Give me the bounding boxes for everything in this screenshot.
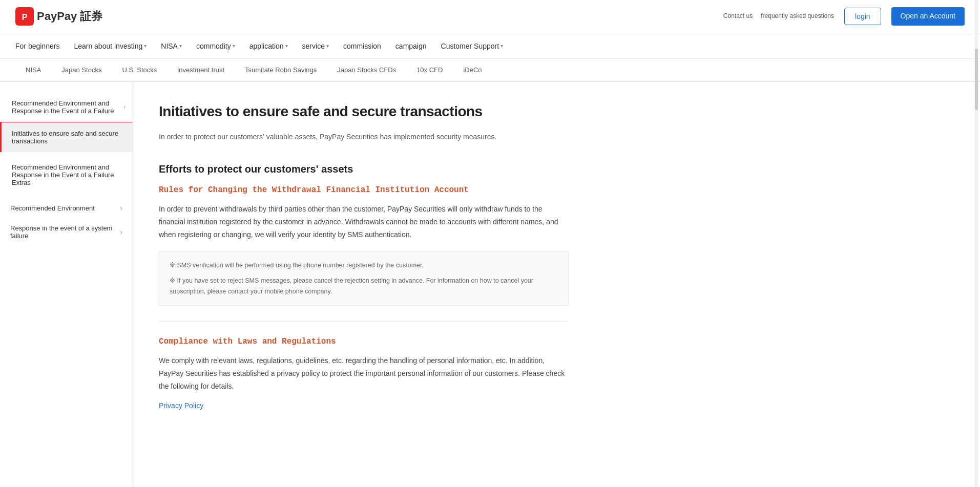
logo-area[interactable]: P PayPay 証券 [15, 7, 102, 26]
nav-service[interactable]: service▾ [302, 42, 329, 50]
section1-heading: Efforts to protect our customers' assets [159, 163, 569, 175]
nav-campaign[interactable]: campaign [395, 42, 427, 50]
notice-box: ※ SMS verification will be performed usi… [159, 251, 569, 306]
subsection1-body: In order to prevent withdrawals by third… [159, 203, 569, 242]
nav-for-beginners[interactable]: For beginners [15, 42, 59, 50]
main-layout: Recommended Environment and Response in … [0, 82, 980, 487]
sidebar-sub-response[interactable]: Response in the event of a system failur… [0, 218, 133, 246]
chevron-icon: ▾ [233, 43, 235, 49]
subnav-tsumitate[interactable]: Tsumitate Robo Savings [235, 60, 327, 81]
main-content: Initiatives to ensure safe and secure tr… [133, 82, 594, 487]
section-divider [159, 321, 569, 322]
subnav-nisa[interactable]: NISA [15, 60, 51, 81]
paypay-logo-icon: P [15, 7, 34, 26]
subnav-investment-trust[interactable]: investment trust [167, 60, 235, 81]
login-button[interactable]: login [844, 8, 881, 25]
subsection1-heading: Rules for Changing the Withdrawal Financ… [159, 185, 569, 195]
chevron-icon: ▾ [501, 43, 503, 49]
logo-text: PayPay 証券 [37, 9, 102, 24]
chevron-icon: ▾ [326, 43, 329, 49]
subnav-10x-cfd[interactable]: 10x CFD [406, 60, 453, 81]
subsection2-body: We comply with relevant laws, regulation… [159, 354, 569, 393]
nav-customer-support[interactable]: Customer Support▾ [441, 42, 504, 50]
sub-nav: NISA Japan Stocks U.S. Stocks investment… [0, 59, 980, 82]
nav-learn[interactable]: Learn about investing▾ [74, 42, 147, 50]
chevron-right-icon: › [120, 204, 122, 212]
chevron-right-icon: › [123, 103, 126, 111]
notice2: ※ If you have set to reject SMS messages… [170, 276, 558, 298]
chevron-icon: ▾ [179, 43, 182, 49]
chevron-right-icon: › [120, 228, 122, 236]
nav-commodity[interactable]: commodity▾ [196, 42, 235, 50]
main-nav: For beginners Learn about investing▾ NIS… [0, 33, 980, 59]
intro-text: In order to protect our customers' valua… [159, 131, 569, 142]
privacy-policy-link[interactable]: Privacy Policy [159, 401, 203, 410]
header-links: Contact us frequently asked questions [723, 12, 834, 20]
contact-link[interactable]: Contact us [723, 12, 753, 20]
scroll-indicator [975, 0, 978, 487]
faq-link[interactable]: frequently asked questions [761, 12, 834, 20]
subnav-us-stocks[interactable]: U.S. Stocks [112, 60, 167, 81]
nav-nisa[interactable]: NISA▾ [161, 42, 182, 50]
subsection2-heading: Compliance with Laws and Regulations [159, 337, 569, 346]
sidebar-item-recommended-env[interactable]: Recommended Environment and Response in … [0, 92, 133, 122]
svg-text:P: P [22, 13, 28, 22]
scroll-thumb[interactable] [975, 49, 978, 110]
nav-commission[interactable]: commission [343, 42, 381, 50]
chevron-icon: ▾ [144, 43, 147, 49]
subnav-japan-stocks[interactable]: Japan Stocks [51, 60, 112, 81]
sidebar-item-initiatives[interactable]: Initiatives to ensure safe and secure tr… [0, 122, 133, 152]
subnav-ideco[interactable]: iDeCo [453, 60, 492, 81]
subnav-japan-stocks-cfd[interactable]: Japan Stocks CFDs [327, 60, 406, 81]
open-account-button[interactable]: Open an Account [891, 7, 965, 26]
chevron-icon: ▾ [285, 43, 288, 49]
sidebar-sub-recommended-env[interactable]: Recommended Environment › [0, 198, 133, 218]
sidebar: Recommended Environment and Response in … [0, 82, 133, 487]
sidebar-item-extras[interactable]: Recommended Environment and Response in … [0, 156, 133, 194]
header: P PayPay 証券 Contact us frequently asked … [0, 0, 980, 33]
notice1: ※ SMS verification will be performed usi… [170, 260, 558, 271]
nav-application[interactable]: application▾ [249, 42, 288, 50]
page-title: Initiatives to ensure safe and secure tr… [159, 102, 569, 121]
header-right: Contact us frequently asked questions lo… [723, 7, 965, 26]
